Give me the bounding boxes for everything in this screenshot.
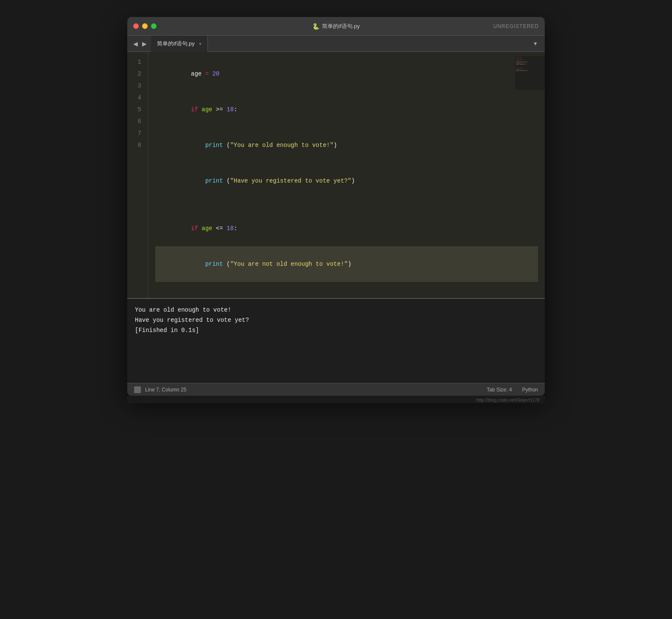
code-line-8 (155, 282, 538, 294)
line-num-6: 6 (136, 115, 141, 127)
cursor-position: Line 7, Column 25 (145, 387, 186, 393)
code-line-4: print ("Have you registered to vote yet?… (155, 163, 538, 199)
file-icon: 🐍 (312, 23, 319, 30)
unregistered-label: UNREGISTERED (493, 23, 539, 29)
tab-item[interactable]: 简单的if语句.py × (151, 36, 208, 52)
line-num-5: 5 (136, 104, 141, 115)
tabs-container: 简单的if语句.py × (151, 36, 528, 52)
status-bar: Line 7, Column 25 Tab Size: 4 Python (127, 383, 545, 396)
watermark: http://blog.csdn.net/SeanYi178 (127, 396, 545, 403)
status-left: Line 7, Column 25 (134, 386, 186, 393)
tab-close-button[interactable]: × (199, 41, 202, 46)
output-panel: You are old enough to vote! Have you reg… (127, 298, 545, 383)
editor-area: 1 2 3 4 5 6 7 8 age = 20 if age >= 18: (127, 52, 545, 298)
nav-forward[interactable]: ▶ (140, 39, 148, 48)
language-label: Python (522, 387, 538, 393)
line-num-7: 7 (136, 127, 141, 139)
code-line-6: if age <= 18: (155, 211, 538, 246)
code-line-2: if age >= 18: (155, 92, 538, 127)
traffic-lights (133, 23, 157, 29)
tab-size-label: Tab Size: 4 (487, 387, 512, 393)
status-right: Tab Size: 4 Python (487, 387, 538, 393)
line-num-4: 4 (136, 92, 141, 104)
tab-nav: ◀ ▶ (129, 39, 151, 48)
tab-bar: ◀ ▶ 简单的if语句.py × ▼ (127, 36, 545, 52)
maximize-button[interactable] (151, 23, 157, 29)
line-num-3: 3 (136, 80, 141, 92)
output-line-3: [Finished in 0.1s] (135, 325, 537, 335)
nav-back[interactable]: ◀ (132, 39, 140, 48)
output-line-2: Have you registered to vote yet? (135, 315, 537, 325)
line-numbers: 1 2 3 4 5 6 7 8 (127, 52, 148, 298)
line-num-1: 1 (136, 56, 141, 68)
editor-window: 🐍 简单的if语句.py UNREGISTERED ◀ ▶ 简单的if语句.py… (127, 17, 545, 396)
minimize-button[interactable] (142, 23, 148, 29)
tab-dropdown-button[interactable]: ▼ (528, 41, 543, 47)
code-line-7: print ("You are not old enough to vote!"… (155, 246, 538, 282)
line-num-8: 8 (136, 139, 141, 151)
title-bar: 🐍 简单的if语句.py UNREGISTERED (127, 17, 545, 36)
status-icon (134, 386, 141, 393)
window-title: 🐍 简单的if语句.py (312, 23, 360, 30)
close-button[interactable] (133, 23, 139, 29)
tab-label: 简单的if语句.py (157, 40, 195, 48)
code-line-3: print ("You are old enough to vote!") (155, 127, 538, 163)
line-num-2: 2 (136, 68, 141, 80)
minimap: age = 20 if age >= 18: print("You are ol… (515, 56, 545, 90)
code-line-5 (155, 199, 538, 211)
output-line-1: You are old enough to vote! (135, 305, 537, 315)
code-content[interactable]: age = 20 if age >= 18: print ("You are o… (148, 52, 545, 298)
code-line-1: age = 20 (155, 56, 538, 92)
